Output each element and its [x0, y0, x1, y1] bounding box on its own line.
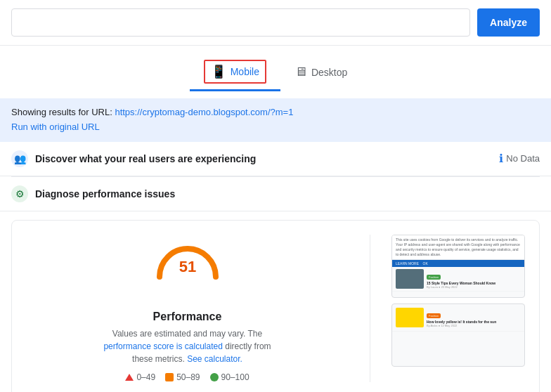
screen1-text: Fashion 15 Style Tips Every Woman Should… [427, 269, 521, 289]
average-range: 50–89 [176, 372, 200, 382]
screen1-article: Fashion 15 Style Tips Every Woman Should… [392, 267, 524, 292]
diagnose-icon-symbol: ⚙ [15, 188, 25, 200]
tab-section: 📱 Mobile 🖥 Desktop [0, 46, 551, 91]
legend-fail: 0–49 [125, 372, 155, 382]
screenshot-2: Fashion How lovely yellow is! It stands … [391, 303, 525, 367]
url-input[interactable]: https://cryptomag-demo.blogspot.com/ [11, 8, 470, 37]
screen1-image [396, 269, 424, 289]
tab-desktop-label: Desktop [311, 67, 347, 78]
discover-icon: 👥 [11, 150, 28, 167]
good-icon [210, 373, 219, 381]
showing-text: Showing results for URL: [11, 107, 112, 117]
mobile-icon: 📱 [211, 64, 226, 79]
diagnose-title: Diagnose performance issues [35, 188, 175, 200]
tab-desktop-wrapper: 🖥 Desktop [294, 65, 347, 79]
no-data-badge: ℹ No Data [499, 152, 540, 165]
svg-text:51: 51 [179, 258, 195, 275]
screen2-tag: Fashion [427, 313, 441, 318]
diagnose-icon: ⚙ [11, 185, 28, 202]
screen2-image [396, 308, 424, 327]
average-icon [165, 373, 174, 381]
legend-good: 90–100 [210, 372, 249, 382]
legend-average: 50–89 [165, 372, 200, 382]
perf-score-link[interactable]: performance score is calculated [103, 341, 222, 351]
vertical-divider [370, 235, 370, 382]
performance-left: 51 Performance Values are estimated and … [26, 235, 349, 382]
url-bar-section: https://cryptomag-demo.blogspot.com/ Ana… [0, 0, 551, 46]
discover-icon-symbol: 👥 [14, 153, 26, 164]
screenshot-1: This site uses cookies from Google to de… [391, 235, 525, 298]
screenshot-1-content: This site uses cookies from Google to de… [392, 235, 524, 297]
url-display-link[interactable]: https://cryptomag-demo.blogspot.com/?m=1 [115, 107, 293, 117]
diagnose-header-left: ⚙ Diagnose performance issues [11, 185, 175, 202]
perf-desc-text: Values are estimated and may vary. The [112, 329, 262, 339]
tab-mobile-label: Mobile [231, 66, 259, 77]
tab-mobile[interactable]: 📱 Mobile [190, 54, 280, 91]
no-data-label: No Data [506, 153, 540, 164]
screen1-meta: By Laura ● 23 May 2022 [427, 285, 521, 289]
analyze-button[interactable]: Analyze [477, 8, 540, 37]
screen1-banner[interactable]: LEARN MORE OK [392, 260, 524, 267]
performance-description: Values are estimated and may vary. The p… [96, 327, 279, 365]
performance-label: Performance [153, 311, 222, 323]
discover-title: Discover what your real users are experi… [35, 153, 256, 164]
screen2-article: Fashion How lovely yellow is! It stands … [392, 304, 524, 332]
info-icon: ℹ [499, 152, 503, 165]
fail-range: 0–49 [136, 372, 155, 382]
gauge-container: 51 [145, 235, 230, 284]
screen2-text: Fashion How lovely yellow is! It stands … [427, 308, 521, 328]
good-range: 90–100 [221, 372, 249, 382]
tab-desktop[interactable]: 🖥 Desktop [280, 59, 361, 86]
run-with-original-link[interactable]: Run with original URL [11, 122, 100, 132]
discover-section-header: 👥 Discover what your real users are expe… [0, 142, 551, 176]
performance-section: 51 Performance Values are estimated and … [11, 220, 540, 392]
gauge-svg: 51 [145, 217, 230, 301]
fail-icon [125, 374, 134, 381]
screenshot-panel: This site uses cookies from Google to de… [391, 235, 525, 382]
tab-mobile-wrapper: 📱 Mobile [204, 60, 266, 84]
discover-header-left: 👥 Discover what your real users are expe… [11, 150, 256, 167]
screen1-tag: Fashion [427, 275, 441, 280]
diagnose-section-header: ⚙ Diagnose performance issues [0, 177, 551, 211]
info-bar: Showing results for URL: https://cryptom… [0, 98, 551, 142]
screen2-meta: By Aisha ● 12 May 2022 [427, 324, 521, 327]
screen1-header: This site uses cookies from Google to de… [392, 235, 524, 260]
screenshot-2-content: Fashion How lovely yellow is! It stands … [392, 304, 524, 366]
see-calculator-link[interactable]: See calculator. [187, 354, 242, 364]
score-legend: 0–49 50–89 90–100 [125, 372, 249, 382]
desktop-icon: 🖥 [294, 65, 307, 79]
